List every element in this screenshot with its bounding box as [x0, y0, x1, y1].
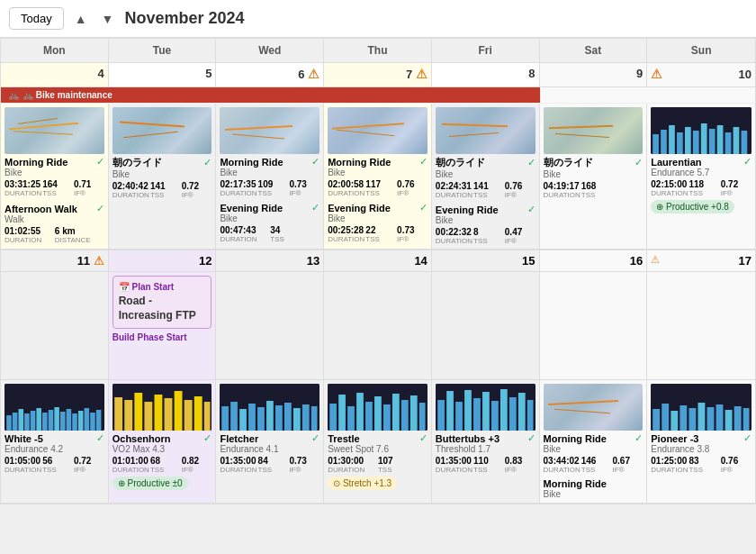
activity-name: Morning Ride [4, 157, 68, 168]
trestle-chart [328, 384, 428, 431]
mr-sat16-type: Bike [544, 444, 644, 454]
svg-rect-26 [78, 411, 84, 431]
day-15-top [432, 272, 540, 379]
day-10-activities: Laurentian ✓ Endurance 5.7 02:15:00DURAT… [647, 104, 755, 249]
next-button[interactable]: ▼ [98, 10, 118, 28]
er-wed-name-row: Evening Ride ✓ [220, 202, 320, 213]
walk-name: Afternoon Walk [4, 204, 77, 214]
activity-morning-ride-mon[interactable]: Morning Ride ✓ Bike 03:31:25DURATION 164… [4, 107, 104, 197]
svg-rect-61 [392, 394, 400, 431]
activity-evening-ride-thu[interactable]: Evening Ride ✓ Bike 00:25:28DURATION 22T… [328, 202, 428, 243]
graph-ochsenhorn [112, 384, 212, 431]
activity-laurentian[interactable]: Laurentian ✓ Endurance 5.7 02:15:00DURAT… [651, 107, 752, 197]
asa-sat-name: 朝のライド [544, 156, 593, 169]
activity-asa-ride-tue[interactable]: 朝のライド ✓ Bike 02:40:42DURATION 141TSS 0.7… [112, 107, 212, 199]
butt-dur: 01:35:00DURATION [436, 456, 472, 474]
plan-start-block[interactable]: 📅 Plan Start Road - Increasing FTP [112, 276, 212, 329]
svg-rect-21 [49, 410, 54, 431]
header-tue: Tue [109, 39, 217, 62]
er-thu-type: Bike [328, 213, 428, 223]
svg-rect-33 [134, 393, 142, 431]
activity-pioneer[interactable]: Pioneer -3 ✓ Endurance 3.8 01:25:00DURAT… [651, 384, 752, 474]
activity-trestle[interactable]: Trestle ✓ Sweet Spot 7.6 01:30:00DURATIO… [328, 384, 428, 490]
activity-morning-ride-thu[interactable]: Morning Ride ✓ Bike 02:00:58DURATION 117… [328, 107, 428, 197]
fletcher-stats: 01:35:00DURATION 84TSS 0.73IF® [220, 456, 320, 474]
asa-sat-name-row: 朝のライド ✓ [544, 156, 644, 169]
er-wed-dur: 00:47:43DURATION [220, 225, 269, 243]
er-fri-stats: 00:22:32DURATION 8TSS 0.47IF® [436, 227, 536, 245]
calendar: Mon Tue Wed Thu Fri Sat Sun 4 5 6 ⚠ 7 ⚠ [0, 38, 756, 504]
walk-distance: 6 kmDISTANCE [55, 226, 104, 244]
svg-rect-47 [266, 401, 274, 431]
activity-map-mon [4, 107, 104, 154]
activity-morning-ride-wed[interactable]: Morning Ride ✓ Bike 02:17:35DURATION 109… [220, 107, 320, 197]
svg-rect-16 [18, 409, 23, 431]
er-thu-if: 0.73IF® [397, 225, 428, 243]
fletcher-type: Endurance 4.1 [220, 444, 320, 454]
asa-fri-dur: 02:24:31DURATION [436, 181, 472, 199]
activity-morning-ride-sat16-2[interactable]: Morning Ride Bike [544, 478, 644, 499]
svg-rect-28 [90, 413, 95, 431]
svg-rect-18 [31, 411, 36, 431]
activity-asa-ride-fri[interactable]: 朝のライド ✓ Bike 02:24:31DURATION 141TSS 0.7… [436, 107, 536, 199]
er-thu-name: Evening Ride [328, 203, 391, 213]
asa-name: 朝のライド [112, 156, 162, 169]
svg-rect-80 [671, 411, 679, 431]
header-thu: Thu [324, 39, 432, 62]
trestle-name-row: Trestle ✓ [328, 432, 428, 444]
activity-ochsenhorn[interactable]: Ochsenhorn ✓ VO2 Max 4.3 01:01:00DURATIO… [112, 384, 212, 490]
map-wed [220, 107, 320, 154]
activity-afternoon-walk[interactable]: Afternoon Walk ✓ Walk 01:02:55DURATION 6… [4, 203, 104, 244]
svg-rect-79 [662, 404, 670, 431]
svg-rect-51 [302, 404, 310, 431]
och-dur: 01:01:00DURATION [112, 456, 149, 474]
activity-morning-ride-sat16[interactable]: Morning Ride ✓ Bike 03:44:02DURATION 146… [544, 384, 644, 474]
svg-rect-69 [464, 390, 472, 431]
er-wed-stats: 00:47:43DURATION 34TSS [220, 225, 320, 243]
svg-rect-2 [661, 130, 667, 154]
svg-rect-45 [249, 404, 256, 431]
svg-rect-87 [734, 406, 742, 431]
svg-rect-70 [473, 398, 481, 431]
laurentian-name-row: Laurentian ✓ [651, 156, 752, 168]
maintenance-bar[interactable]: 🚲 🚲 Bike maintenance [1, 87, 540, 103]
svg-rect-44 [240, 409, 248, 431]
white-type: Endurance 4.2 [4, 444, 104, 454]
activity-buttertubs[interactable]: Buttertubs +3 ✓ Threshold 1.7 01:35:00DU… [436, 384, 536, 474]
header-mon: Mon [1, 39, 109, 62]
prev-button[interactable]: ▲ [71, 10, 91, 28]
activity-white-minus5[interactable]: White -5 ✓ Endurance 4.2 01:05:00DURATIO… [4, 384, 104, 474]
activity-evening-ride-wed[interactable]: Evening Ride ✓ Bike 00:47:43DURATION 34T… [220, 202, 320, 243]
er-fri-name: Evening Ride [436, 204, 499, 215]
svg-rect-23 [60, 412, 66, 431]
svg-rect-40 [204, 402, 211, 431]
er-wed-check: ✓ [311, 202, 320, 213]
pioneer-dur: 01:25:00DURATION [651, 456, 688, 474]
svg-rect-64 [419, 403, 426, 431]
day-14-top [324, 272, 432, 379]
day-headers: Mon Tue Wed Thu Fri Sat Sun [1, 39, 755, 63]
activity-asa-ride-sat[interactable]: 朝のライド ✓ Bike 04:19:17DURATION 168TSS [544, 107, 644, 199]
svg-rect-22 [54, 407, 59, 431]
day-13-bottom: Fletcher ✓ Endurance 4.1 01:35:00DURATIO… [216, 380, 324, 503]
mr-sat16-check: ✓ [634, 432, 643, 444]
svg-rect-85 [716, 404, 724, 431]
day-17-top [647, 272, 755, 379]
day-7-header: 7 ⚠ [324, 63, 432, 86]
svg-rect-56 [347, 406, 355, 431]
activity-evening-ride-fri[interactable]: Evening Ride ✓ Bike 00:22:32DURATION 8TS… [436, 204, 536, 245]
svg-rect-46 [257, 407, 265, 431]
month-title: November 2024 [124, 9, 244, 28]
pioneer-name-row: Pioneer -3 ✓ [651, 432, 752, 444]
er-thu-stats: 00:25:28DURATION 22TSS 0.73IF® [328, 225, 428, 243]
activity-fletcher[interactable]: Fletcher ✓ Endurance 4.1 01:35:00DURATIO… [220, 384, 320, 474]
day-4-activities: Morning Ride ✓ Bike 03:31:25DURATION 164… [1, 104, 109, 249]
mr-thu-name: Morning Ride [328, 157, 391, 168]
day-11-header: 11 ⚠ [1, 250, 109, 271]
day-14-number: 14 [328, 254, 428, 268]
today-button[interactable]: Today [9, 7, 64, 30]
svg-rect-59 [374, 396, 382, 431]
mr-wed-tss: 109TSS [258, 179, 289, 197]
och-type: VO2 Max 4.3 [112, 444, 212, 454]
butt-check: ✓ [527, 432, 536, 444]
